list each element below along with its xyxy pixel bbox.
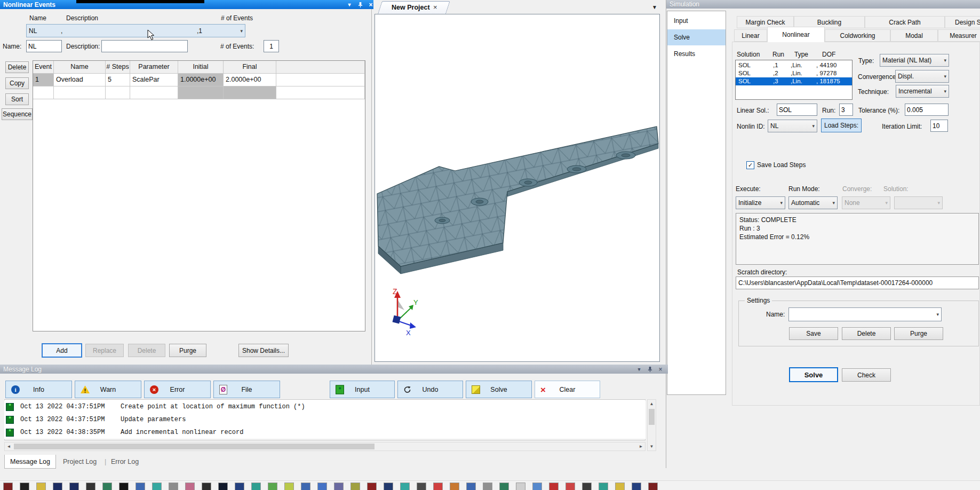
document-tab[interactable]: New Project ×: [378, 1, 446, 14]
taskbar-icon[interactable]: [499, 483, 509, 490]
taskbar-icon[interactable]: [3, 483, 13, 490]
cell-initial[interactable]: [178, 86, 224, 99]
scroll-up-icon[interactable]: ▲: [648, 400, 656, 408]
taskbar-icon[interactable]: [119, 483, 129, 490]
log-horizontal-scrollbar[interactable]: ◄ ►: [4, 442, 646, 451]
technique-combo[interactable]: Incremental▾: [896, 85, 949, 98]
tab-linear[interactable]: Linear: [734, 29, 767, 42]
taskbar-icon[interactable]: [384, 483, 393, 490]
taskbar-icon[interactable]: [599, 483, 608, 490]
solve-log-button[interactable]: Solve: [466, 381, 532, 398]
solution-row-selected[interactable]: SOL,3,Lin., 181875: [736, 77, 852, 85]
cell-name[interactable]: [54, 86, 106, 99]
taskbar-icon[interactable]: [466, 483, 476, 490]
cell-parameter[interactable]: [130, 86, 178, 99]
nav-item-solve[interactable]: Solve: [667, 29, 726, 45]
log-tab-project[interactable]: Project Log: [63, 458, 97, 465]
taskbar-icon[interactable]: [367, 483, 377, 490]
solution-row[interactable]: SOL,1,Lin., 44190: [736, 61, 852, 69]
events-count-input[interactable]: [264, 40, 279, 52]
taskbar-icon[interactable]: [334, 483, 344, 490]
taskbar-icon[interactable]: [532, 483, 542, 490]
taskbar-icon[interactable]: [284, 483, 294, 490]
taskbar-icon[interactable]: [20, 483, 29, 490]
solution-row[interactable]: SOL,2,Lin., 97278: [736, 69, 852, 77]
nav-item-results[interactable]: Results: [667, 46, 726, 61]
nav-item-input[interactable]: Input: [667, 13, 726, 28]
taskbar-icon[interactable]: [632, 483, 641, 490]
close-icon[interactable]: ×: [656, 366, 665, 373]
tab-close-icon[interactable]: ×: [433, 3, 437, 11]
purge-button[interactable]: Purge: [169, 344, 206, 357]
scroll-right-icon[interactable]: ►: [637, 442, 645, 451]
linear-sol-input[interactable]: [777, 104, 817, 116]
add-button[interactable]: Add: [42, 343, 82, 358]
settings-delete-button[interactable]: Delete: [842, 327, 891, 340]
model-viewport[interactable]: Z Y X: [375, 14, 660, 362]
taskbar-icon[interactable]: [86, 483, 95, 490]
taskbar-icon[interactable]: [433, 483, 443, 490]
log-tab-error[interactable]: Error Log: [111, 458, 139, 465]
cell-final[interactable]: 2.0000e+00: [224, 74, 276, 86]
cell-steps[interactable]: [106, 86, 130, 99]
iteration-limit-input[interactable]: [930, 120, 948, 132]
description-input[interactable]: [101, 40, 188, 52]
taskbar-icon[interactable]: [648, 483, 658, 490]
taskbar-icon[interactable]: [615, 483, 625, 490]
delete-button[interactable]: Delete: [128, 344, 165, 357]
filter-input-button[interactable]: * Input: [330, 381, 395, 398]
save-load-steps-checkbox[interactable]: ✓: [746, 161, 754, 169]
taskbar-icon[interactable]: [202, 483, 211, 490]
sequence-button[interactable]: Sequence: [2, 108, 33, 120]
scroll-down-icon[interactable]: ▼: [648, 442, 656, 451]
events-table[interactable]: Event Name # Steps Parameter Initial Fin…: [33, 60, 365, 331]
scrollbar-thumb[interactable]: [14, 444, 375, 449]
taskbar-icon[interactable]: [136, 483, 145, 490]
taskbar-icon[interactable]: [317, 483, 327, 490]
check-button[interactable]: Check: [842, 368, 891, 382]
scroll-left-icon[interactable]: ◄: [5, 442, 13, 451]
nonlin-id-combo[interactable]: NL▾: [768, 120, 817, 132]
cell-event[interactable]: [33, 86, 54, 99]
solve-button[interactable]: Solve: [789, 367, 838, 382]
sort-event-button[interactable]: Sort: [5, 93, 29, 105]
tab-design-study[interactable]: Design St: [945, 16, 980, 28]
convergence-combo[interactable]: Displ.▾: [895, 70, 949, 83]
name-input[interactable]: [26, 40, 62, 52]
taskbar-icon[interactable]: [565, 483, 575, 490]
taskbar-icon[interactable]: [483, 483, 492, 490]
log-entry[interactable]: * Oct 13 2022 04:37:51PM Create point at…: [4, 400, 646, 414]
taskbar-icon[interactable]: [417, 483, 426, 490]
load-steps-button[interactable]: Load Steps:: [821, 118, 862, 132]
cell-steps[interactable]: 5: [106, 74, 130, 86]
solution-listbox[interactable]: SOL,1,Lin., 44190 SOL,2,Lin., 97278 SOL,…: [735, 60, 852, 100]
settings-name-combo[interactable]: ▾: [788, 307, 942, 321]
taskbar-icon[interactable]: [301, 483, 310, 490]
execute-combo[interactable]: Initialize▾: [736, 196, 785, 209]
table-row[interactable]: 1 Overload 5 ScalePar 1.0000e+00 2.0000e…: [33, 74, 365, 86]
show-details-button[interactable]: Show Details...: [238, 344, 289, 357]
log-entry[interactable]: * Oct 13 2022 04:37:51PM Update paramete…: [4, 413, 646, 426]
pin-icon[interactable]: [356, 1, 364, 9]
taskbar-icon[interactable]: [549, 483, 559, 490]
tab-list-menu-icon[interactable]: ▼: [652, 4, 657, 10]
copy-event-button[interactable]: Copy: [5, 77, 29, 89]
taskbar-icon[interactable]: [350, 483, 360, 490]
settings-save-button[interactable]: Save: [789, 327, 838, 340]
taskbar-icon[interactable]: [516, 483, 525, 490]
tab-measurement[interactable]: Measurer: [938, 29, 980, 42]
pin-icon[interactable]: [646, 366, 654, 373]
tab-modal[interactable]: Modal: [890, 29, 938, 42]
filter-error-button[interactable]: × Error: [144, 381, 211, 398]
filter-warn-button[interactable]: ! Warn: [75, 381, 141, 398]
taskbar-icon[interactable]: [169, 483, 178, 490]
taskbar-icon[interactable]: [268, 483, 277, 490]
cell-final[interactable]: [224, 86, 276, 99]
tab-nonlinear[interactable]: Nonlinear: [767, 27, 825, 42]
log-vertical-scrollbar[interactable]: ▲ ▼: [647, 399, 656, 451]
taskbar-icon[interactable]: [152, 483, 162, 490]
scrollbar-thumb[interactable]: [649, 409, 655, 425]
taskbar-icon[interactable]: [185, 483, 195, 490]
log-entry[interactable]: * Oct 13 2022 04:38:35PM Add incremental…: [4, 426, 646, 439]
clear-log-button[interactable]: × Clear: [535, 381, 600, 398]
